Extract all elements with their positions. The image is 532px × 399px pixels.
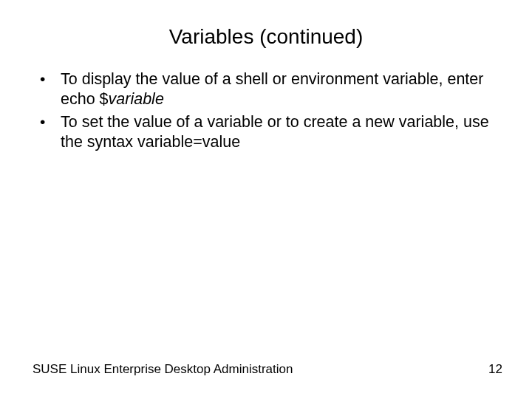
list-item: To set the value of a variable or to cre… xyxy=(33,112,499,152)
bullet-text-italic: variable xyxy=(109,90,164,108)
slide-footer: SUSE Linux Enterprise Desktop Administra… xyxy=(33,362,502,377)
list-item: To display the value of a shell or envir… xyxy=(33,69,499,109)
bullet-text-pre: To set the value of a variable or to cre… xyxy=(61,113,489,151)
page-number: 12 xyxy=(488,362,502,377)
bullet-list: To display the value of a shell or envir… xyxy=(33,69,499,152)
slide-title: Variables (continued) xyxy=(0,0,532,69)
slide: Variables (continued) To display the val… xyxy=(0,0,532,399)
slide-content: To display the value of a shell or envir… xyxy=(0,69,532,152)
footer-left: SUSE Linux Enterprise Desktop Administra… xyxy=(33,362,293,377)
